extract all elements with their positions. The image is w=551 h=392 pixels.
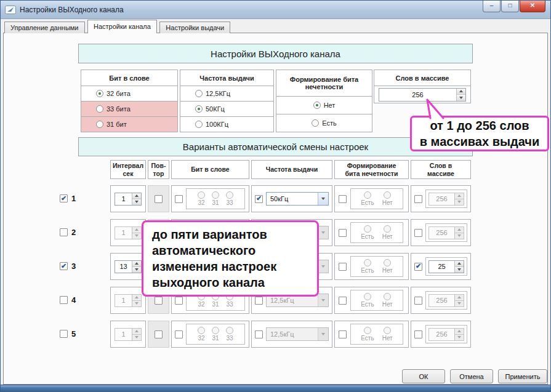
spinner-up-down-icon[interactable] <box>132 261 141 273</box>
window-controls: – □ ✕ <box>482 1 545 12</box>
row-enable-checkbox[interactable] <box>60 330 68 338</box>
spinner-up-down-icon <box>454 329 464 340</box>
radio-option-12-5khz[interactable]: 12,5КГц <box>180 86 274 102</box>
bits-override-checkbox[interactable] <box>175 195 183 203</box>
words-value: 25 <box>429 261 454 273</box>
tab-data-management[interactable]: Управление данными <box>4 22 85 33</box>
bits-option-31: 31 <box>212 191 219 206</box>
maximize-button[interactable]: □ <box>501 1 519 12</box>
parity-option-no: Нет <box>382 225 393 240</box>
radio-label: 32 бита <box>107 90 131 97</box>
radio-label: 50КГц <box>206 105 225 113</box>
row-enable-checkbox[interactable] <box>60 228 68 236</box>
radio-icon <box>313 102 321 109</box>
radio-option-parity-yes[interactable]: Есть <box>276 114 372 132</box>
row-number: 2 <box>71 228 76 237</box>
repeat-checkbox[interactable] <box>155 330 163 338</box>
ok-button[interactable]: ОК <box>402 369 445 383</box>
row-enable-checkbox[interactable] <box>60 262 68 270</box>
frequency-dropdown[interactable]: 50кГц <box>266 192 329 206</box>
row-number: 1 <box>71 194 76 203</box>
words-override-checkbox[interactable] <box>414 297 422 305</box>
words-spinner[interactable]: 25 <box>428 260 464 273</box>
radio-icon <box>364 293 371 300</box>
frequency-override-checkbox[interactable] <box>255 330 263 338</box>
parity-override-checkbox[interactable] <box>339 297 347 305</box>
repeat-cell <box>148 185 169 212</box>
cancel-button[interactable]: Отмена <box>450 369 493 383</box>
radio-label: 100КГц <box>206 121 228 128</box>
radio-icon <box>96 90 103 97</box>
bits-override-checkbox[interactable] <box>175 297 183 305</box>
window-bottom-border <box>1 385 550 391</box>
bits-radio-group: 32 31 33 <box>186 324 245 345</box>
spinner-up-down-icon[interactable] <box>132 193 141 205</box>
parity-radio-group: Есть Нет <box>350 324 403 345</box>
parity-override-checkbox[interactable] <box>339 195 347 203</box>
radio-icon <box>195 121 203 128</box>
frequency-cell: 50кГц <box>251 185 332 212</box>
tab-output-settings[interactable]: Настройки выдачи <box>159 22 230 33</box>
interval-value: 1 <box>115 227 132 239</box>
words-box: 256 <box>425 190 467 208</box>
words-cell: 256 <box>411 321 471 348</box>
spinner-up-down-icon[interactable] <box>454 261 464 273</box>
group-output-frequency: Частота выдачи 12,5КГц 50КГц 100КГц <box>180 70 274 132</box>
minimize-button[interactable]: – <box>483 1 501 12</box>
bits-override-checkbox[interactable] <box>175 330 183 338</box>
radio-icon <box>384 259 391 266</box>
callout-pointer <box>420 98 448 119</box>
words-override-checkbox[interactable] <box>414 229 422 237</box>
row-enable-checkbox[interactable] <box>60 296 68 304</box>
interval-value: 1 <box>115 193 132 205</box>
spinner-up-down-icon[interactable] <box>456 89 465 101</box>
callout-words-range: от 1 до 256 слов в массивах выдачи <box>410 116 549 151</box>
apply-button[interactable]: Применить <box>498 369 547 383</box>
bits-option-33: 33 <box>226 191 233 206</box>
col-header-interval: Интервал сек <box>110 160 146 179</box>
parity-override-checkbox[interactable] <box>339 263 347 271</box>
words-override-checkbox[interactable] <box>414 263 422 271</box>
parity-cell: Есть Нет <box>334 321 409 348</box>
interval-spinner[interactable]: 13 <box>115 260 142 273</box>
frequency-value: 12,5кГц <box>267 328 318 340</box>
words-override-checkbox[interactable] <box>414 330 422 338</box>
radio-icon <box>195 90 203 97</box>
radio-option-parity-no[interactable]: Нет <box>276 97 372 114</box>
bits-option-33: 33 <box>226 327 233 342</box>
interval-value: 1 <box>115 295 132 306</box>
repeat-checkbox[interactable] <box>155 297 163 305</box>
radio-option-50khz[interactable]: 50КГц <box>180 102 274 117</box>
radio-option-100khz[interactable]: 100КГц <box>180 117 274 132</box>
radio-icon <box>96 105 103 113</box>
radio-option-31-bits[interactable]: 31 бит <box>81 117 178 132</box>
parity-override-checkbox[interactable] <box>339 330 347 338</box>
parity-override-checkbox[interactable] <box>339 229 347 237</box>
tab-channel-settings[interactable]: Настройки канала <box>87 20 157 33</box>
frequency-override-checkbox[interactable] <box>255 297 263 305</box>
parity-option-yes: Есть <box>361 259 374 274</box>
radio-icon <box>384 327 391 334</box>
bits-radio-group: 32 31 33 <box>186 188 245 209</box>
words-spinner: 256 <box>428 328 464 341</box>
title-bar[interactable]: Настройки ВЫХодного канала <box>1 1 550 19</box>
interval-spinner[interactable]: 1 <box>115 193 142 206</box>
bits-option-31: 31 <box>212 327 219 342</box>
words-override-checkbox[interactable] <box>414 195 422 203</box>
parity-option-no: Нет <box>382 293 393 308</box>
close-button[interactable]: ✕ <box>520 1 545 12</box>
chevron-down-icon <box>318 193 328 205</box>
parity-option-yes: Есть <box>361 191 374 206</box>
radio-icon <box>384 293 391 300</box>
app-icon <box>5 5 16 15</box>
radio-option-32-bits[interactable]: 32 бита <box>81 86 178 102</box>
frequency-cell: 12,5кГц <box>251 321 332 348</box>
row-enable-checkbox[interactable] <box>60 194 68 202</box>
group-freq-header: Частота выдачи <box>180 70 274 86</box>
words-value: 256 <box>429 295 454 306</box>
frequency-override-checkbox[interactable] <box>255 195 263 203</box>
repeat-checkbox[interactable] <box>155 195 163 203</box>
radio-option-33-bits[interactable]: 33 бита <box>81 102 178 117</box>
row-number: 5 <box>71 329 76 338</box>
words-box: 256 <box>425 291 467 310</box>
